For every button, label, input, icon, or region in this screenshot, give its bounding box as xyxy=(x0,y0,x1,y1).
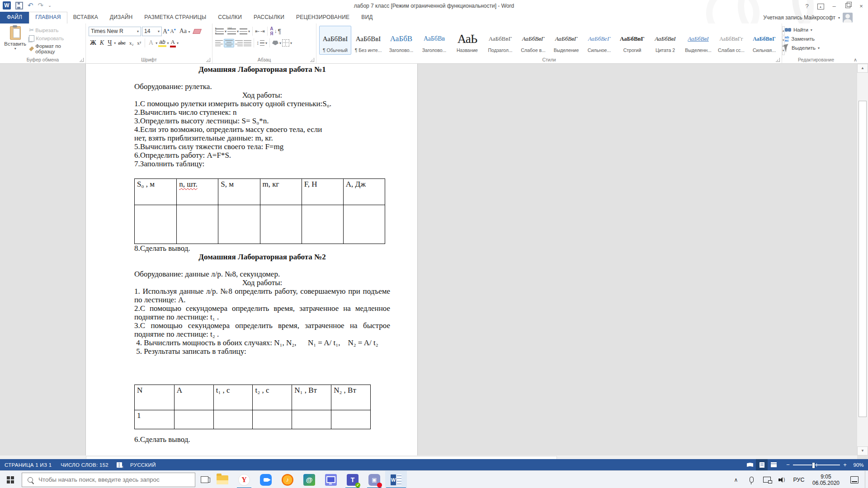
microphone-icon[interactable] xyxy=(744,477,759,483)
font-color-button[interactable]: А xyxy=(170,38,176,47)
taskbar-file-explorer[interactable] xyxy=(212,471,233,488)
shading-icon[interactable] xyxy=(272,41,278,45)
table-cell[interactable] xyxy=(213,410,253,429)
replace-button[interactable]: Заменить xyxy=(790,36,816,42)
table-header-cell[interactable]: m, кг xyxy=(260,179,302,205)
taskbar-mail-app[interactable]: @ xyxy=(298,471,320,488)
ribbon-tab[interactable]: ГЛАВНАЯ xyxy=(29,12,67,23)
collapse-ribbon-button[interactable]: ∧ xyxy=(854,57,857,63)
chevron-down-icon[interactable]: ▾ xyxy=(811,28,812,32)
zoom-out-button[interactable]: − xyxy=(784,461,792,468)
style-item[interactable]: АаБбВвГг Слабая сс... xyxy=(715,26,747,55)
italic-button[interactable]: К xyxy=(99,39,105,47)
lab1-table[interactable]: S₀ , м n, шт. S, м m, кг F, Н А, Дж xyxy=(134,178,385,244)
zoom-slider-thumb[interactable] xyxy=(812,462,815,469)
increase-indent-icon[interactable]: ⇥ xyxy=(260,28,265,34)
underline-button[interactable]: Ч xyxy=(106,39,113,47)
zoom-slider-track[interactable] xyxy=(793,465,840,465)
read-mode-button[interactable] xyxy=(744,459,756,470)
minimize-button[interactable]: – xyxy=(827,3,841,9)
help-button[interactable]: ? xyxy=(800,3,814,9)
ribbon-tab[interactable]: РАЗМЕТКА СТРАНИЦЫ xyxy=(138,12,212,23)
multilevel-list-icon[interactable] xyxy=(240,28,247,34)
word-count[interactable]: ЧИСЛО СЛОВ: 152 xyxy=(56,462,113,468)
font-dialog-launcher[interactable] xyxy=(206,58,210,62)
chevron-down-icon[interactable]: ▾ xyxy=(167,41,169,45)
styles-dialog-launcher[interactable] xyxy=(776,58,780,62)
taskbar-word[interactable]: W xyxy=(385,471,407,488)
show-desktop-button[interactable] xyxy=(865,471,868,488)
change-case-button[interactable]: Аа ▾ xyxy=(179,28,190,35)
page-indicator[interactable]: СТРАНИЦА 1 ИЗ 1 xyxy=(0,462,56,468)
horizontal-scrollbar[interactable] xyxy=(0,455,857,459)
table-cell[interactable] xyxy=(135,205,176,244)
taskbar-recorder-app[interactable]: ▣ xyxy=(363,471,385,488)
align-right-icon[interactable] xyxy=(235,40,243,46)
find-button[interactable]: Найти xyxy=(792,27,810,33)
ribbon-display-options-button[interactable]: ▴ xyxy=(814,2,827,10)
style-item[interactable]: АаБбВвI Цитата 2 xyxy=(649,26,681,55)
scroll-down-arrow[interactable]: ▼ xyxy=(857,446,868,455)
copy-button[interactable]: Копировать xyxy=(28,35,83,42)
format-painter-button[interactable]: Формат по образцу xyxy=(28,43,83,55)
style-item[interactable]: АаБбВвI ¶ Обычный xyxy=(319,26,351,55)
bold-button[interactable]: Ж xyxy=(89,39,98,47)
speaker-icon[interactable]: ) xyxy=(774,477,790,483)
table-cell[interactable] xyxy=(260,205,302,244)
taskbar-search[interactable] xyxy=(22,473,195,487)
chevron-down-icon[interactable]: ▾ xyxy=(818,46,820,50)
taskbar-display-app[interactable] xyxy=(320,471,342,488)
table-header-cell[interactable]: t₂ , с xyxy=(252,385,292,410)
font-name-combo[interactable]: Times New R ▾ xyxy=(89,27,141,36)
style-item[interactable]: АаБбВ Заголово... xyxy=(385,26,417,55)
text-effects-button[interactable]: А xyxy=(147,39,155,47)
table-cell[interactable] xyxy=(292,410,331,429)
table-header-cell[interactable]: F, Н xyxy=(302,179,343,205)
zoom-level[interactable]: 90% xyxy=(849,462,868,468)
action-center-icon[interactable] xyxy=(850,476,859,483)
pilcrow-icon[interactable]: ¶ xyxy=(278,28,281,35)
tray-language[interactable]: РУС xyxy=(790,477,808,483)
zoom-in-button[interactable]: + xyxy=(841,461,849,468)
table-header-cell[interactable]: N xyxy=(135,385,174,410)
table-header-cell[interactable]: N₂ , Вт xyxy=(331,385,370,410)
taskbar-music-app[interactable]: ♪ xyxy=(277,471,298,488)
task-view-button[interactable] xyxy=(199,471,210,488)
cut-button[interactable]: ✂ Вырезать xyxy=(28,26,83,34)
taskbar-zoom[interactable] xyxy=(255,471,277,488)
table-header-cell[interactable]: А, Дж xyxy=(343,179,385,205)
grow-font-button[interactable]: А▴ xyxy=(163,28,169,35)
ribbon-tab[interactable]: РЕЦЕНЗИРОВАНИЕ xyxy=(290,12,355,23)
print-layout-button[interactable] xyxy=(756,459,768,470)
clipboard-dialog-launcher[interactable] xyxy=(80,58,84,62)
table-header-cell[interactable]: S, м xyxy=(218,179,259,205)
document-page[interactable]: Домашняя Лабораторная работа №1 Оборудов… xyxy=(85,64,418,455)
decrease-indent-icon[interactable]: ⇤ xyxy=(255,28,259,34)
align-left-icon[interactable] xyxy=(215,40,223,46)
highlight-color-button[interactable]: ab xyxy=(158,39,166,47)
ribbon-tab[interactable]: ВСТАВКА xyxy=(67,12,104,23)
justify-icon[interactable] xyxy=(244,40,251,46)
table-header-cell[interactable]: А xyxy=(174,385,213,410)
subscript-button[interactable]: x₂ xyxy=(128,40,135,46)
ribbon-tab[interactable]: ФАЙЛ xyxy=(0,12,29,23)
style-item[interactable]: АаБбВв Заголово... xyxy=(418,26,450,55)
bullet-list-icon[interactable] xyxy=(215,28,224,34)
table-cell[interactable] xyxy=(343,205,385,244)
clear-formatting-icon[interactable] xyxy=(193,29,202,34)
search-input[interactable] xyxy=(38,476,195,483)
align-center-icon[interactable] xyxy=(224,39,234,47)
table-cell[interactable] xyxy=(218,205,259,244)
style-item[interactable]: АаБбВвI Выделенн... xyxy=(682,26,714,55)
superscript-button[interactable]: x² xyxy=(136,40,142,46)
taskbar-yandex-browser[interactable]: Y xyxy=(233,471,255,488)
style-item[interactable]: АаБбВеГ Сильное... xyxy=(583,26,615,55)
table-cell[interactable] xyxy=(331,410,370,429)
style-item[interactable]: АаБбВвГ Сильная... xyxy=(748,26,780,55)
ribbon-tab[interactable]: ССЫЛКИ xyxy=(212,12,248,23)
borders-icon[interactable] xyxy=(282,39,289,47)
account-area[interactable]: Учетная запись Майкрософт ▾ xyxy=(763,13,853,23)
style-item[interactable]: АаЬ Название xyxy=(451,26,483,55)
table-cell[interactable] xyxy=(302,205,343,244)
chevron-down-icon[interactable]: ▾ xyxy=(177,41,179,45)
